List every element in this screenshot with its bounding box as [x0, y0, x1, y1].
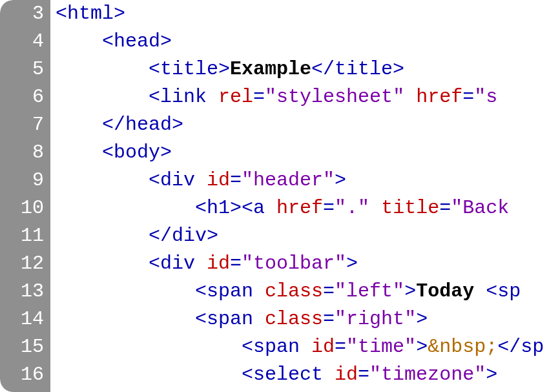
- token-val: "s: [474, 86, 497, 108]
- token-tag: =: [323, 308, 335, 330]
- token-attr: id: [335, 364, 358, 386]
- code-line[interactable]: <link rel="stylesheet" href="s: [56, 83, 544, 111]
- token-attr: id: [207, 253, 230, 274]
- token-txt: Example: [230, 58, 311, 80]
- token-tag: <sp: [486, 280, 521, 302]
- token-val: "right": [335, 308, 416, 330]
- code-editor: 345678910111213141516 <html> <head> <tit…: [0, 0, 549, 392]
- token-tag: >: [335, 169, 346, 191]
- token-tag: =: [323, 280, 335, 302]
- line-number: 6: [0, 83, 44, 111]
- token-val: "time": [346, 336, 416, 358]
- line-number-gutter: 345678910111213141516: [0, 0, 50, 392]
- line-number: 9: [0, 167, 44, 194]
- token-tag: </sp: [497, 336, 544, 358]
- token-tag: =: [230, 253, 242, 274]
- code-line[interactable]: <html>: [56, 0, 544, 28]
- token-tag: >: [416, 308, 428, 330]
- token-val: "toolbar": [242, 253, 346, 274]
- token-val: "header": [242, 169, 335, 191]
- code-line[interactable]: <span class="right">: [56, 305, 544, 333]
- token-tag: =: [230, 169, 242, 191]
- token-tag: <span: [242, 336, 311, 358]
- token-tag: </title>: [311, 58, 404, 80]
- token-tag: <span: [195, 280, 265, 302]
- token-tag: =: [253, 86, 265, 108]
- token-val: ".": [335, 197, 369, 219]
- token-attr: rel: [218, 86, 253, 108]
- token-attr: title: [381, 197, 439, 219]
- token-attr: class: [265, 280, 323, 302]
- code-line[interactable]: <span class="left">Today <sp: [56, 278, 544, 305]
- code-line[interactable]: </div>: [56, 222, 544, 250]
- token-attr: id: [207, 169, 230, 191]
- line-number: 7: [0, 111, 44, 139]
- token-val: "stylesheet": [265, 86, 404, 108]
- line-number: 16: [0, 361, 44, 389]
- token-tag: >: [486, 364, 497, 386]
- line-number: 12: [0, 250, 44, 278]
- token-tag: <title>: [149, 58, 230, 80]
- code-line[interactable]: </head>: [56, 111, 544, 139]
- token-tag: =: [358, 364, 369, 386]
- token-tag: <div: [149, 169, 207, 191]
- line-number: 10: [0, 194, 44, 222]
- token-val: "timezone": [369, 364, 486, 386]
- token-tag: =: [335, 336, 346, 358]
- token-tag: </head>: [102, 114, 183, 136]
- token-ent: &nbsp;: [428, 336, 497, 358]
- code-line[interactable]: <div id="header">: [56, 167, 544, 194]
- line-number: 5: [0, 56, 44, 83]
- line-number: 4: [0, 28, 44, 56]
- code-line[interactable]: <div id="toolbar">: [56, 250, 544, 278]
- token-tag: =: [462, 86, 474, 108]
- line-number: 3: [0, 0, 44, 28]
- line-number: 15: [0, 333, 44, 361]
- token-tag: <select: [242, 364, 335, 386]
- line-number: 8: [0, 139, 44, 167]
- token-val: "Back: [451, 197, 521, 219]
- token-tag: >: [416, 336, 428, 358]
- token-tag: =: [439, 197, 451, 219]
- line-number: 13: [0, 278, 44, 305]
- line-number: 11: [0, 222, 44, 250]
- token-tag: [404, 86, 416, 108]
- code-line[interactable]: <body>: [56, 139, 544, 167]
- token-tag: </div>: [149, 225, 218, 247]
- token-tag: <h1><a: [195, 197, 276, 219]
- token-tag: =: [323, 197, 335, 219]
- token-tag: >: [404, 280, 416, 302]
- code-line[interactable]: <h1><a href="." title="Back: [56, 194, 544, 222]
- code-area[interactable]: <html> <head> <title>Example</title> <li…: [50, 0, 544, 392]
- token-tag: <html>: [56, 3, 125, 25]
- token-attr: href: [416, 86, 462, 108]
- code-line[interactable]: <head>: [56, 28, 544, 56]
- code-line[interactable]: <span id="time">&nbsp;</sp: [56, 333, 544, 361]
- token-val: "left": [335, 280, 404, 302]
- token-attr: href: [276, 197, 323, 219]
- token-tag: <head>: [102, 30, 172, 52]
- token-tag: >: [346, 253, 358, 274]
- token-tag: [369, 197, 381, 219]
- token-tag: <span: [195, 308, 265, 330]
- token-tag: <link: [149, 86, 218, 108]
- token-txt: Today: [416, 280, 486, 302]
- token-tag: <div: [149, 253, 207, 274]
- token-attr: id: [311, 336, 335, 358]
- code-line[interactable]: <title>Example</title>: [56, 56, 544, 83]
- token-attr: class: [265, 308, 323, 330]
- line-number: 14: [0, 305, 44, 333]
- code-line[interactable]: <select id="timezone">: [56, 361, 544, 389]
- token-tag: <body>: [102, 141, 172, 163]
